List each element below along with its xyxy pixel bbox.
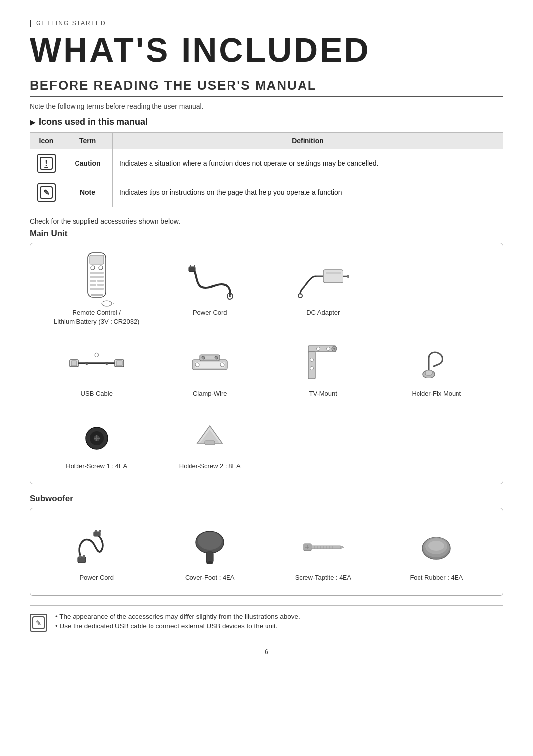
screw-taptite-image	[294, 525, 353, 569]
icons-section-heading: Icons used in this manual	[30, 117, 503, 127]
svg-rect-23	[194, 265, 195, 268]
svg-point-47	[326, 347, 330, 351]
table-row: ✎ Note Indicates tips or instructions on…	[30, 178, 503, 207]
svg-point-17	[102, 301, 112, 306]
remote-control-image	[67, 260, 126, 304]
svg-rect-10	[90, 276, 104, 278]
cover-foot-label: Cover-Foot : 4EA	[185, 573, 234, 582]
page-title: WHAT'S INCLUDED	[30, 31, 503, 69]
subwoofer-grid: Power Cord Cover-Foot : 4EA	[40, 520, 493, 587]
svg-text:!: !	[45, 159, 47, 168]
accessory-power-cord-sub: Power Cord	[40, 520, 153, 587]
svg-rect-22	[190, 265, 191, 268]
svg-point-7	[91, 266, 95, 270]
accessory-cover-foot: Cover-Foot : 4EA	[153, 520, 267, 587]
svg-rect-69	[206, 552, 213, 563]
caution-definition: Indicates a situation where a function d…	[113, 149, 503, 178]
note-badge-icon: ✎	[30, 614, 47, 632]
getting-started-label: GETTING STARTED	[30, 20, 503, 27]
main-unit-title: Main Unit	[30, 229, 503, 239]
note-definition: Indicates tips or instructions on the pa…	[113, 178, 503, 207]
power-cord-label: Power Cord	[193, 308, 227, 317]
svg-rect-12	[97, 280, 104, 282]
cover-foot-image	[180, 525, 239, 569]
screw-taptite-label: Screw-Taptite : 4EA	[295, 573, 351, 582]
holder-screw2-label: Holder-Screw 2 : 8EA	[179, 462, 241, 471]
tv-mount-label: TV-Mount	[309, 389, 337, 398]
svg-point-86	[428, 541, 444, 551]
holder-fix-mount-image	[407, 341, 466, 385]
accessory-holder-fix-mount: Holder-Fix Mount	[380, 336, 494, 403]
section-title: BEFORE READING THE USER'S MANUAL	[30, 78, 503, 97]
svg-rect-2	[44, 167, 48, 168]
note-item-2: Use the dedicated USB cable to connect e…	[55, 622, 300, 630]
accessory-power-cord: Power Cord	[153, 255, 267, 331]
usb-cable-label: USB Cable	[81, 389, 113, 398]
svg-rect-65	[95, 530, 97, 532]
svg-point-42	[202, 356, 205, 359]
holder-screw1-label: Holder-Screw 1 : 4EA	[66, 462, 127, 471]
svg-point-21	[229, 295, 231, 297]
svg-rect-27	[326, 272, 341, 274]
note-item-1: The appearance of the accessories may di…	[55, 613, 300, 620]
svg-point-43	[215, 356, 218, 359]
check-accessories-text: Check for the supplied accessories shown…	[30, 217, 503, 225]
power-cord-sub-image	[67, 525, 126, 569]
svg-rect-60	[205, 441, 215, 445]
table-header-definition: Definition	[113, 133, 503, 149]
notes-section: ✎ The appearance of the accessories may …	[30, 605, 503, 639]
table-row: ! Caution Indicates a situation where a …	[30, 149, 503, 178]
svg-point-8	[99, 266, 103, 270]
holder-screw2-image	[180, 414, 239, 458]
svg-rect-13	[90, 284, 96, 286]
usb-cable-image: ⬡	[67, 341, 126, 385]
svg-point-31	[85, 362, 88, 365]
svg-point-38	[195, 363, 199, 367]
caution-icon: !	[37, 154, 56, 173]
accessory-dc-adapter: DC Adapter	[266, 255, 380, 331]
dc-adapter-label: DC Adapter	[306, 308, 340, 317]
svg-rect-54	[425, 370, 432, 375]
foot-rubber-image	[407, 525, 466, 569]
page-number: 6	[30, 648, 503, 656]
svg-rect-16	[91, 294, 103, 296]
svg-rect-34	[116, 361, 122, 366]
svg-rect-24	[323, 270, 343, 283]
holder-fix-mount-label: Holder-Fix Mount	[412, 389, 461, 398]
svg-rect-29	[71, 361, 77, 366]
accessory-foot-rubber: Foot Rubber : 4EA	[380, 520, 494, 587]
svg-rect-6	[90, 255, 104, 264]
svg-point-49	[310, 367, 313, 370]
svg-point-32	[105, 362, 108, 365]
accessory-remote-control: Remote Control /Lithium Battery (3V : CR…	[40, 255, 153, 331]
svg-point-48	[310, 358, 313, 362]
main-unit-grid: Remote Control /Lithium Battery (3V : CR…	[40, 255, 493, 476]
main-unit-box: Remote Control /Lithium Battery (3V : CR…	[30, 243, 503, 484]
svg-rect-74	[311, 546, 340, 549]
icons-table: Icon Term Definition ! Caution Indicates…	[30, 132, 503, 207]
svg-rect-9	[90, 272, 104, 274]
svg-rect-26	[347, 275, 349, 278]
subtitle-note: Note the following terms before reading …	[30, 102, 503, 110]
table-header-term: Term	[63, 133, 113, 149]
table-header-icon: Icon	[30, 133, 63, 149]
svg-text:✎: ✎	[43, 189, 50, 197]
caution-term: Caution	[63, 149, 113, 178]
svg-rect-15	[90, 288, 104, 290]
svg-rect-62	[79, 555, 81, 558]
svg-rect-11	[90, 280, 96, 282]
svg-rect-45	[308, 352, 315, 379]
foot-rubber-label: Foot Rubber : 4EA	[410, 573, 463, 582]
subwoofer-box: Power Cord Cover-Foot : 4EA	[30, 508, 503, 596]
notes-list: The appearance of the accessories may di…	[55, 613, 300, 632]
accessory-holder-screw2: Holder-Screw 2 : 8EA	[153, 409, 267, 476]
svg-rect-64	[94, 532, 100, 536]
holder-screw1-image	[67, 414, 126, 458]
accessory-usb-cable: ⬡ USB Cable	[40, 336, 153, 403]
svg-rect-14	[97, 284, 104, 286]
note-term: Note	[63, 178, 113, 207]
svg-marker-82	[340, 546, 344, 549]
dc-adapter-image	[294, 260, 353, 304]
tv-mount-image	[294, 341, 353, 385]
svg-text:⬡: ⬡	[94, 352, 99, 358]
